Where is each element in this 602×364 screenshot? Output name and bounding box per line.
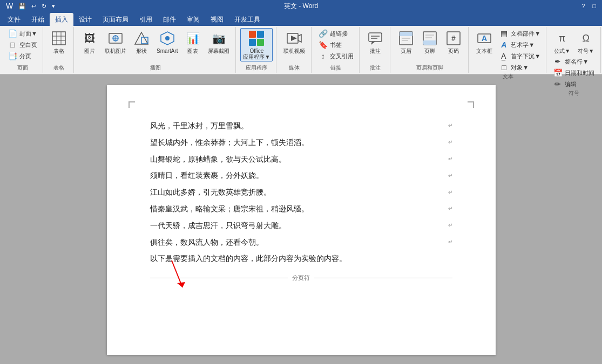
- object-icon: □: [499, 63, 509, 72]
- word-icon-button[interactable]: W: [4, 1, 15, 11]
- shapes-button[interactable]: 形状: [130, 28, 153, 56]
- wordart-button[interactable]: A 艺术字▼: [497, 39, 537, 50]
- tab-insert[interactable]: 插入: [50, 13, 73, 26]
- help-button[interactable]: ?: [580, 2, 586, 10]
- para-mark-1: ↵: [448, 120, 452, 132]
- svg-marker-19: [298, 35, 301, 42]
- pages-group-label: 页面: [5, 64, 39, 73]
- document-area[interactable]: 风光，千里冰封，万里雪飘。 ↵ 望长城内外，惟余莽莽；大河上下，顿失滔滔。 ↵ …: [0, 74, 602, 364]
- ribbon-group-headerfooter: 页眉 页脚 #: [391, 27, 469, 73]
- red-arrow: [161, 255, 193, 298]
- svg-marker-20: [291, 36, 297, 41]
- comment-button[interactable]: 批注: [364, 28, 387, 56]
- title-bar-left: W 💾 ↩ ↻ ▾: [4, 1, 57, 11]
- table-icon: [50, 30, 67, 47]
- svg-point-13: [165, 36, 170, 40]
- tab-file[interactable]: 文件: [2, 13, 26, 26]
- para-mark-2: ↵: [448, 136, 452, 148]
- tab-layout[interactable]: 页面布局: [97, 13, 134, 26]
- page-break-icon: 📑: [8, 52, 17, 60]
- apps-group-label: 应用程序: [240, 64, 273, 73]
- page-break-label: 分页符: [292, 271, 310, 284]
- quickparts-button[interactable]: ▤ 文档部件▼: [497, 28, 543, 39]
- media-group-label: 媒体: [281, 64, 308, 73]
- illustrations-group-label: 插图: [78, 64, 232, 73]
- page-break-button[interactable]: 📑 分页: [5, 51, 39, 61]
- edit-button[interactable]: ✏ 编辑: [551, 79, 597, 90]
- header-button[interactable]: 页眉: [395, 28, 417, 56]
- symbol-big-icon: Ω: [577, 30, 594, 47]
- office-apps-button[interactable]: Office应用程序▼: [240, 28, 273, 61]
- tab-references[interactable]: 引用: [134, 13, 158, 26]
- cover-button[interactable]: 📄 封面▼: [5, 28, 39, 39]
- signline-button[interactable]: ✒ 签名行▼: [551, 56, 597, 67]
- online-pic-button[interactable]: 联机图片: [102, 28, 129, 56]
- textbox-icon: A: [476, 30, 493, 47]
- save-button[interactable]: 💾: [17, 2, 28, 10]
- para-mark-6: ↵: [448, 203, 452, 215]
- doc-text-5: 江山如此多娇，引无数英雄竞折腰。: [150, 184, 446, 201]
- bookmark-button[interactable]: 🔖 书签: [316, 39, 344, 50]
- crossref-button[interactable]: ↕ 交叉引用: [316, 51, 356, 61]
- media-buttons: 联机视频: [281, 28, 308, 64]
- screenshot-button[interactable]: 📷 屏幕截图: [205, 28, 232, 56]
- online-pic-icon: [107, 30, 124, 47]
- dropcap-button[interactable]: A̲ 首字下沉▼: [497, 51, 543, 61]
- cover-icon: 📄: [8, 29, 17, 38]
- doc-text-2: 望长城内外，惟余莽莽；大河上下，顿失滔滔。: [150, 134, 446, 151]
- blank-page-icon: □: [8, 40, 17, 49]
- ribbon-group-pages: 📄 封面▼ □ 空白页 📑 分页 页面: [2, 27, 43, 73]
- links-buttons: 🔗 超链接 🔖 书签 ↕ 交叉引用: [316, 28, 356, 64]
- tab-design[interactable]: 设计: [73, 13, 97, 26]
- svg-rect-14: [249, 31, 256, 38]
- smartart-icon: [159, 30, 176, 47]
- qat-customize-button[interactable]: ▾: [50, 2, 57, 10]
- tab-view[interactable]: 视图: [205, 13, 229, 26]
- hyperlink-button[interactable]: 🔗 超链接: [316, 28, 350, 39]
- tab-mailings[interactable]: 邮件: [158, 13, 181, 26]
- document-page: 风光，千里冰封，万里雪飘。 ↵ 望长城内外，惟余莽莽；大河上下，顿失滔滔。 ↵ …: [107, 85, 496, 355]
- picture-button[interactable]: 🖼 图片: [78, 28, 101, 56]
- datetime-icon: 📅: [553, 68, 563, 77]
- undo-button[interactable]: ↩: [30, 2, 38, 10]
- equation-button[interactable]: π 公式▼: [551, 28, 573, 56]
- restore-button[interactable]: □: [591, 2, 598, 10]
- online-video-button[interactable]: 联机视频: [281, 28, 308, 56]
- signline-icon: ✒: [553, 57, 563, 66]
- redo-button[interactable]: ↻: [40, 2, 48, 10]
- symbol-big-button[interactable]: Ω 符号▼: [574, 28, 597, 56]
- symbols-group-label: 符号: [551, 90, 597, 98]
- headerfooter-buttons: 页眉 页脚 #: [395, 28, 465, 64]
- svg-rect-26: [400, 32, 412, 36]
- chart-button[interactable]: 📊 图表: [181, 28, 204, 56]
- header-icon: [397, 30, 415, 47]
- online-video-icon: [286, 30, 303, 47]
- word-icon: W: [6, 2, 13, 10]
- footer-icon: [421, 30, 438, 47]
- object-button[interactable]: □ 对象▼: [497, 62, 531, 73]
- para-mark-8: ↵: [448, 236, 452, 248]
- doc-text-6: 惜秦皇汉武，略输文采；唐宗宋祖，稍逊风骚。: [150, 201, 446, 217]
- svg-text:A: A: [482, 34, 487, 43]
- textbox-button[interactable]: A 文本框: [473, 28, 496, 56]
- corner-mark-tl: [128, 101, 135, 108]
- smartart-button[interactable]: SmartArt: [154, 28, 180, 56]
- text-buttons: A 文本框 ▤ 文档部件▼ A 艺术字▼ A̲ 首字下沉▼: [473, 28, 543, 73]
- footer-button[interactable]: 页脚: [418, 28, 441, 56]
- ribbon-group-apps: Office应用程序▼ 应用程序: [237, 27, 276, 73]
- comments-group-label: 批注: [364, 64, 387, 73]
- ribbon-group-tables: 表格 表格: [44, 27, 74, 73]
- tab-review[interactable]: 审阅: [181, 13, 205, 26]
- comments-buttons: 批注: [364, 28, 387, 64]
- svg-text:#: #: [451, 34, 456, 43]
- datetime-button[interactable]: 📅 日期和时间: [551, 67, 597, 78]
- page-number-button[interactable]: # 页码: [442, 28, 465, 56]
- bookmark-icon: 🔖: [318, 40, 328, 49]
- blank-page-button[interactable]: □ 空白页: [5, 39, 39, 50]
- crossref-icon: ↕: [318, 52, 328, 60]
- tab-home[interactable]: 开始: [26, 13, 50, 26]
- table-button[interactable]: 表格: [48, 28, 70, 56]
- symbols-buttons: π 公式▼ Ω 符号▼ ✒ 签名行▼ 📅 日期和时间: [551, 28, 597, 90]
- quickparts-icon: ▤: [499, 29, 509, 38]
- tab-developer[interactable]: 开发工具: [229, 13, 266, 26]
